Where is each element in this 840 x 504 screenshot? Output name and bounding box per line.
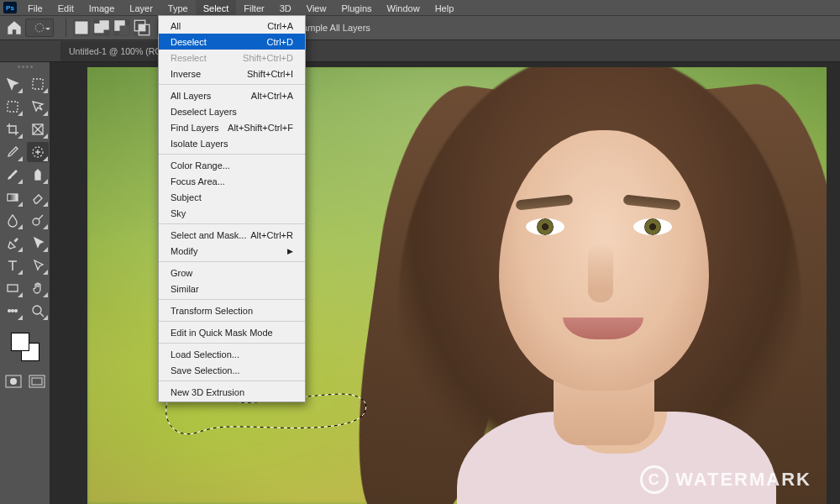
svg-rect-14	[8, 194, 18, 201]
patch-tool[interactable]	[27, 142, 49, 162]
submenu-arrow-icon: ▶	[287, 247, 293, 255]
copyright-icon: C	[640, 465, 669, 494]
dodge-tool[interactable]	[27, 210, 49, 230]
svg-rect-24	[32, 378, 42, 385]
svg-point-20	[33, 306, 41, 314]
new-selection-icon[interactable]	[73, 19, 90, 36]
rect-marquee-tool[interactable]	[2, 97, 24, 117]
menu-item-transform-selection[interactable]: Transform Selection	[159, 302, 305, 318]
menu-item-similar[interactable]: Similar	[159, 281, 305, 297]
menu-item-modify[interactable]: Modify▶	[159, 243, 305, 259]
menu-item-inverse[interactable]: InverseShift+Ctrl+I	[159, 66, 305, 81]
svg-rect-16	[8, 285, 18, 291]
subtract-from-selection-icon[interactable]	[113, 19, 130, 36]
tool-grid	[2, 74, 49, 321]
clone-tool[interactable]	[27, 165, 49, 185]
ellipse-marquee-tool[interactable]	[27, 97, 49, 117]
menu-item-focus-area[interactable]: Focus Area...	[159, 173, 305, 189]
svg-point-17	[8, 310, 10, 312]
svg-point-15	[33, 218, 39, 225]
svg-point-19	[14, 310, 17, 312]
svg-rect-8	[139, 24, 145, 31]
menu-window[interactable]: Window	[380, 0, 428, 15]
panel-grip-icon[interactable]	[13, 66, 38, 71]
menu-view[interactable]: View	[299, 0, 334, 15]
gradient-tool[interactable]	[2, 187, 24, 207]
rectangle-tool[interactable]	[2, 278, 24, 298]
svg-rect-5	[120, 25, 129, 34]
menu-bar: Ps FileEditImageLayerTypeSelectFilter3DV…	[0, 0, 840, 15]
screen-mode-icon[interactable]	[29, 375, 45, 388]
eyedropper-tool[interactable]	[2, 142, 24, 162]
direct-select-tool[interactable]	[27, 255, 49, 276]
frame-tool[interactable]	[27, 119, 49, 139]
svg-point-18	[11, 310, 13, 312]
menu-layer[interactable]: Layer	[122, 0, 160, 15]
path-select-tool[interactable]	[27, 233, 49, 253]
menu-item-load-selection[interactable]: Load Selection...	[159, 346, 305, 362]
document-tab-bar: Untitled-1 @ 100% (RGB,×; (Layer 1, RGB/…	[0, 40, 840, 62]
menu-item-select-and-mask[interactable]: Select and Mask...Alt+Ctrl+R	[159, 227, 305, 243]
menu-item-all[interactable]: AllCtrl+A	[159, 18, 305, 34]
svg-rect-9	[33, 79, 43, 89]
menu-item-save-selection[interactable]: Save Selection...	[159, 362, 305, 378]
zoom-tool[interactable]	[27, 301, 49, 321]
menu-3d[interactable]: 3D	[272, 0, 299, 15]
menu-type[interactable]: Type	[160, 0, 196, 15]
watermark-text: WATERMARK	[675, 469, 811, 491]
menu-item-edit-in-quick-mask-mode[interactable]: Edit in Quick Mask Mode	[159, 324, 305, 340]
brush-tool[interactable]	[2, 165, 24, 185]
svg-rect-13	[35, 175, 40, 180]
foreground-color-swatch[interactable]	[11, 333, 29, 351]
svg-point-22	[10, 378, 17, 385]
menu-item-color-range[interactable]: Color Range...	[159, 157, 305, 173]
menu-edit[interactable]: Edit	[50, 0, 81, 15]
menu-filter[interactable]: Filter	[236, 0, 271, 15]
menu-item-find-layers[interactable]: Find LayersAlt+Shift+Ctrl+F	[159, 119, 305, 135]
svg-rect-3	[100, 20, 109, 29]
quick-mask-icon[interactable]	[5, 375, 22, 388]
svg-rect-10	[8, 102, 18, 112]
tool-panel	[0, 62, 50, 504]
menu-help[interactable]: Help	[428, 0, 462, 15]
blur-tool[interactable]	[2, 210, 24, 230]
menu-item-deselect[interactable]: DeselectCtrl+D	[159, 34, 305, 50]
menu-item-deselect-layers[interactable]: Deselect Layers	[159, 103, 305, 119]
sample-all-layers-label: Sample All Layers	[297, 23, 370, 33]
intersect-selection-icon[interactable]	[134, 19, 150, 36]
menu-item-grow[interactable]: Grow	[159, 265, 305, 281]
add-to-selection-icon[interactable]	[93, 19, 110, 36]
dots-tool[interactable]	[2, 301, 24, 321]
menu-item-all-layers[interactable]: All LayersAlt+Ctrl+A	[159, 87, 305, 103]
crop-tool[interactable]	[2, 119, 24, 139]
menu-item-sky[interactable]: Sky	[159, 205, 305, 221]
selection-mode-group	[73, 19, 150, 36]
menu-file[interactable]: File	[20, 0, 50, 15]
menu-item-new-3d-extrusion[interactable]: New 3D Extrusion	[159, 384, 305, 400]
menu-image[interactable]: Image	[81, 0, 123, 15]
menu-select[interactable]: Select	[196, 0, 237, 15]
watermark: C WATERMARK	[640, 465, 811, 494]
menu-item-subject[interactable]: Subject	[159, 189, 305, 205]
color-swatches[interactable]	[11, 333, 39, 361]
tool-preset-picker[interactable]	[25, 18, 54, 37]
select-menu-dropdown: AllCtrl+ADeselectCtrl+DReselectShift+Ctr…	[158, 15, 306, 402]
home-button[interactable]	[5, 18, 24, 37]
ps-logo-icon: Ps	[3, 2, 17, 13]
eraser-tool[interactable]	[27, 187, 49, 207]
image-subject	[339, 67, 827, 504]
menu-plugins[interactable]: Plugins	[333, 0, 379, 15]
menu-item-isolate-layers[interactable]: Isolate Layers	[159, 135, 305, 151]
options-bar: 4 Color: 0 Sample All Layers	[0, 15, 840, 40]
svg-rect-1	[76, 21, 88, 34]
menu-item-reselect: ReselectShift+Ctrl+D	[159, 50, 305, 66]
hand-tool[interactable]	[27, 278, 49, 298]
move-tool[interactable]	[2, 74, 24, 94]
artboard-tool[interactable]	[27, 74, 49, 94]
pen-tool[interactable]	[2, 233, 24, 253]
svg-point-0	[35, 24, 44, 32]
type-tool[interactable]	[2, 255, 24, 276]
